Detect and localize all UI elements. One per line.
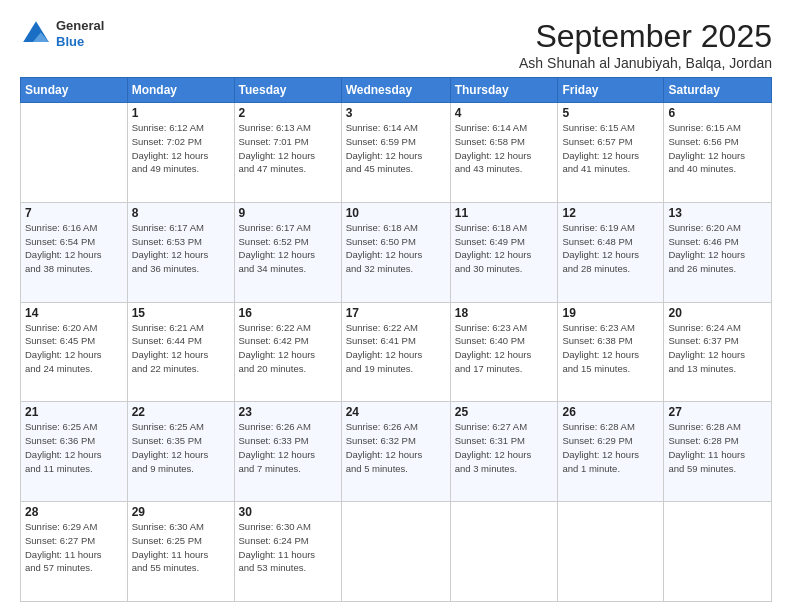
day-number: 17 xyxy=(346,306,446,320)
day-number: 26 xyxy=(562,405,659,419)
calendar-week-row: 14Sunrise: 6:20 AM Sunset: 6:45 PM Dayli… xyxy=(21,302,772,402)
logo-general: General xyxy=(56,18,104,34)
day-number: 30 xyxy=(239,505,337,519)
day-info: Sunrise: 6:26 AM Sunset: 6:32 PM Dayligh… xyxy=(346,420,446,475)
calendar-cell xyxy=(558,502,664,602)
calendar-week-row: 21Sunrise: 6:25 AM Sunset: 6:36 PM Dayli… xyxy=(21,402,772,502)
day-info: Sunrise: 6:22 AM Sunset: 6:42 PM Dayligh… xyxy=(239,321,337,376)
day-info: Sunrise: 6:18 AM Sunset: 6:50 PM Dayligh… xyxy=(346,221,446,276)
calendar-day-header: Thursday xyxy=(450,78,558,103)
calendar-cell: 25Sunrise: 6:27 AM Sunset: 6:31 PM Dayli… xyxy=(450,402,558,502)
day-info: Sunrise: 6:15 AM Sunset: 6:56 PM Dayligh… xyxy=(668,121,767,176)
day-number: 25 xyxy=(455,405,554,419)
calendar-day-header: Tuesday xyxy=(234,78,341,103)
day-info: Sunrise: 6:15 AM Sunset: 6:57 PM Dayligh… xyxy=(562,121,659,176)
calendar-cell: 6Sunrise: 6:15 AM Sunset: 6:56 PM Daylig… xyxy=(664,103,772,203)
calendar-cell: 12Sunrise: 6:19 AM Sunset: 6:48 PM Dayli… xyxy=(558,202,664,302)
day-info: Sunrise: 6:19 AM Sunset: 6:48 PM Dayligh… xyxy=(562,221,659,276)
day-number: 5 xyxy=(562,106,659,120)
day-info: Sunrise: 6:22 AM Sunset: 6:41 PM Dayligh… xyxy=(346,321,446,376)
calendar-cell: 5Sunrise: 6:15 AM Sunset: 6:57 PM Daylig… xyxy=(558,103,664,203)
calendar-cell: 13Sunrise: 6:20 AM Sunset: 6:46 PM Dayli… xyxy=(664,202,772,302)
calendar-day-header: Sunday xyxy=(21,78,128,103)
day-info: Sunrise: 6:20 AM Sunset: 6:46 PM Dayligh… xyxy=(668,221,767,276)
calendar-cell: 21Sunrise: 6:25 AM Sunset: 6:36 PM Dayli… xyxy=(21,402,128,502)
day-number: 15 xyxy=(132,306,230,320)
calendar-cell: 19Sunrise: 6:23 AM Sunset: 6:38 PM Dayli… xyxy=(558,302,664,402)
day-info: Sunrise: 6:18 AM Sunset: 6:49 PM Dayligh… xyxy=(455,221,554,276)
day-info: Sunrise: 6:29 AM Sunset: 6:27 PM Dayligh… xyxy=(25,520,123,575)
day-info: Sunrise: 6:25 AM Sunset: 6:36 PM Dayligh… xyxy=(25,420,123,475)
day-info: Sunrise: 6:13 AM Sunset: 7:01 PM Dayligh… xyxy=(239,121,337,176)
day-info: Sunrise: 6:21 AM Sunset: 6:44 PM Dayligh… xyxy=(132,321,230,376)
day-number: 7 xyxy=(25,206,123,220)
calendar-cell: 23Sunrise: 6:26 AM Sunset: 6:33 PM Dayli… xyxy=(234,402,341,502)
logo-icon xyxy=(20,18,52,50)
logo-text: General Blue xyxy=(56,18,104,49)
day-info: Sunrise: 6:30 AM Sunset: 6:25 PM Dayligh… xyxy=(132,520,230,575)
day-number: 13 xyxy=(668,206,767,220)
day-info: Sunrise: 6:16 AM Sunset: 6:54 PM Dayligh… xyxy=(25,221,123,276)
day-info: Sunrise: 6:30 AM Sunset: 6:24 PM Dayligh… xyxy=(239,520,337,575)
calendar-cell xyxy=(341,502,450,602)
day-number: 1 xyxy=(132,106,230,120)
page: General Blue September 2025 Ash Shunah a… xyxy=(0,0,792,612)
day-number: 10 xyxy=(346,206,446,220)
calendar-cell: 7Sunrise: 6:16 AM Sunset: 6:54 PM Daylig… xyxy=(21,202,128,302)
logo-blue: Blue xyxy=(56,34,104,50)
logo: General Blue xyxy=(20,18,104,50)
day-info: Sunrise: 6:20 AM Sunset: 6:45 PM Dayligh… xyxy=(25,321,123,376)
day-number: 20 xyxy=(668,306,767,320)
calendar-cell: 15Sunrise: 6:21 AM Sunset: 6:44 PM Dayli… xyxy=(127,302,234,402)
day-number: 14 xyxy=(25,306,123,320)
day-info: Sunrise: 6:12 AM Sunset: 7:02 PM Dayligh… xyxy=(132,121,230,176)
calendar-cell: 9Sunrise: 6:17 AM Sunset: 6:52 PM Daylig… xyxy=(234,202,341,302)
day-number: 3 xyxy=(346,106,446,120)
calendar-cell: 30Sunrise: 6:30 AM Sunset: 6:24 PM Dayli… xyxy=(234,502,341,602)
day-number: 2 xyxy=(239,106,337,120)
day-info: Sunrise: 6:27 AM Sunset: 6:31 PM Dayligh… xyxy=(455,420,554,475)
calendar-cell xyxy=(21,103,128,203)
subtitle: Ash Shunah al Janubiyah, Balqa, Jordan xyxy=(519,55,772,71)
day-number: 29 xyxy=(132,505,230,519)
day-info: Sunrise: 6:28 AM Sunset: 6:29 PM Dayligh… xyxy=(562,420,659,475)
day-number: 8 xyxy=(132,206,230,220)
day-number: 21 xyxy=(25,405,123,419)
calendar-cell: 4Sunrise: 6:14 AM Sunset: 6:58 PM Daylig… xyxy=(450,103,558,203)
day-info: Sunrise: 6:28 AM Sunset: 6:28 PM Dayligh… xyxy=(668,420,767,475)
calendar-header-row: SundayMondayTuesdayWednesdayThursdayFrid… xyxy=(21,78,772,103)
calendar-week-row: 28Sunrise: 6:29 AM Sunset: 6:27 PM Dayli… xyxy=(21,502,772,602)
day-number: 18 xyxy=(455,306,554,320)
day-info: Sunrise: 6:17 AM Sunset: 6:53 PM Dayligh… xyxy=(132,221,230,276)
day-number: 6 xyxy=(668,106,767,120)
day-info: Sunrise: 6:14 AM Sunset: 6:59 PM Dayligh… xyxy=(346,121,446,176)
title-block: September 2025 Ash Shunah al Janubiyah, … xyxy=(519,18,772,71)
calendar-cell: 20Sunrise: 6:24 AM Sunset: 6:37 PM Dayli… xyxy=(664,302,772,402)
calendar-cell: 22Sunrise: 6:25 AM Sunset: 6:35 PM Dayli… xyxy=(127,402,234,502)
day-number: 27 xyxy=(668,405,767,419)
day-number: 28 xyxy=(25,505,123,519)
day-number: 11 xyxy=(455,206,554,220)
calendar-cell: 18Sunrise: 6:23 AM Sunset: 6:40 PM Dayli… xyxy=(450,302,558,402)
calendar-cell: 10Sunrise: 6:18 AM Sunset: 6:50 PM Dayli… xyxy=(341,202,450,302)
day-info: Sunrise: 6:23 AM Sunset: 6:40 PM Dayligh… xyxy=(455,321,554,376)
calendar-cell: 28Sunrise: 6:29 AM Sunset: 6:27 PM Dayli… xyxy=(21,502,128,602)
calendar-cell: 14Sunrise: 6:20 AM Sunset: 6:45 PM Dayli… xyxy=(21,302,128,402)
day-info: Sunrise: 6:14 AM Sunset: 6:58 PM Dayligh… xyxy=(455,121,554,176)
calendar-day-header: Wednesday xyxy=(341,78,450,103)
calendar-week-row: 7Sunrise: 6:16 AM Sunset: 6:54 PM Daylig… xyxy=(21,202,772,302)
calendar-cell: 27Sunrise: 6:28 AM Sunset: 6:28 PM Dayli… xyxy=(664,402,772,502)
calendar-cell: 26Sunrise: 6:28 AM Sunset: 6:29 PM Dayli… xyxy=(558,402,664,502)
calendar-cell: 24Sunrise: 6:26 AM Sunset: 6:32 PM Dayli… xyxy=(341,402,450,502)
calendar-cell: 17Sunrise: 6:22 AM Sunset: 6:41 PM Dayli… xyxy=(341,302,450,402)
calendar-cell: 11Sunrise: 6:18 AM Sunset: 6:49 PM Dayli… xyxy=(450,202,558,302)
calendar-cell: 29Sunrise: 6:30 AM Sunset: 6:25 PM Dayli… xyxy=(127,502,234,602)
header: General Blue September 2025 Ash Shunah a… xyxy=(20,18,772,71)
day-number: 24 xyxy=(346,405,446,419)
calendar-cell xyxy=(450,502,558,602)
day-info: Sunrise: 6:26 AM Sunset: 6:33 PM Dayligh… xyxy=(239,420,337,475)
calendar-day-header: Friday xyxy=(558,78,664,103)
day-number: 9 xyxy=(239,206,337,220)
calendar-table: SundayMondayTuesdayWednesdayThursdayFrid… xyxy=(20,77,772,602)
day-info: Sunrise: 6:23 AM Sunset: 6:38 PM Dayligh… xyxy=(562,321,659,376)
